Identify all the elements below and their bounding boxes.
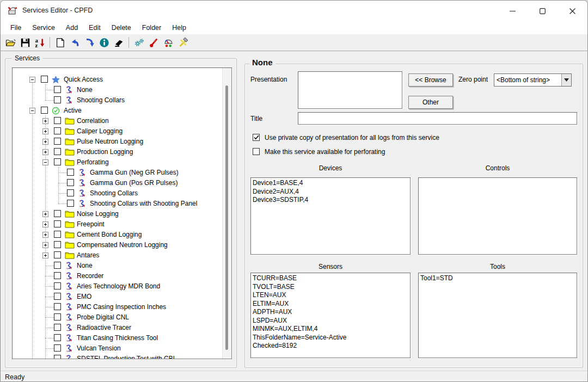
tree-expand-icon[interactable] [42, 128, 48, 134]
tree-row[interactable]: Quick Access [13, 75, 223, 85]
tree-checkbox[interactable] [54, 127, 61, 134]
tree-row[interactable]: Production Logging [13, 147, 223, 157]
tree-expand-icon[interactable] [42, 242, 48, 248]
presentation-field[interactable] [298, 71, 402, 109]
tree-checkbox[interactable] [54, 241, 61, 248]
close-button[interactable] [560, 1, 585, 21]
tree-item-label[interactable]: Gamma Gun (Neg GR Pulses) [90, 169, 179, 176]
tree-row[interactable]: PMC Casing Inspection Inches [13, 302, 223, 312]
controls-listbox[interactable] [418, 177, 577, 255]
tree-collapse-icon[interactable] [29, 108, 35, 114]
tree-item-label[interactable]: Noise Logging [77, 210, 119, 218]
tree-item-label[interactable]: Compensated Neutron Logging [77, 241, 168, 249]
tree-row[interactable]: None [13, 261, 223, 271]
tree-expand-icon[interactable] [42, 232, 48, 238]
tree-expand-icon[interactable] [42, 252, 48, 258]
tree-item-label[interactable]: None [77, 86, 93, 94]
menu-delete[interactable]: Delete [106, 21, 137, 34]
tree-item-label[interactable]: Antares [77, 251, 99, 259]
tree-checkbox[interactable] [54, 293, 61, 300]
tree-row[interactable]: SDSTEL Production Test with CBL [13, 354, 223, 359]
perforating-checkbox-label[interactable]: Make this service available for perforat… [265, 148, 385, 156]
private-copy-checkbox-label[interactable]: Use private copy of presentation for all… [265, 134, 439, 141]
sort-az-button[interactable]: az [33, 36, 46, 49]
minimize-button[interactable] [500, 1, 525, 21]
save-button[interactable] [19, 36, 32, 49]
tree-row[interactable]: Correlation [13, 116, 223, 126]
tree-item-label[interactable]: Shooting Collars [90, 189, 138, 197]
tree-row[interactable]: Gamma Gun (Pos GR Pulses) [13, 178, 223, 188]
tree-item-label[interactable]: Production Logging [77, 148, 133, 156]
tree-collapse-icon[interactable] [42, 159, 48, 165]
gauge-button[interactable] [162, 36, 175, 49]
tree-checkbox[interactable] [54, 282, 61, 289]
menu-folder[interactable]: Folder [137, 21, 167, 34]
tree-checkbox[interactable] [54, 344, 61, 352]
new-doc-button[interactable] [53, 36, 66, 49]
browse-button[interactable]: << Browse [408, 73, 453, 87]
tree-item-label[interactable]: Correlation [77, 117, 109, 125]
tree-item-label[interactable]: Freepoint [77, 220, 105, 228]
tree-checkbox[interactable] [54, 96, 61, 103]
tree-item-label[interactable]: Aries Technology MDR Bond [77, 282, 160, 290]
tree-row[interactable]: Recorder [13, 271, 223, 281]
tree-checkbox[interactable] [54, 138, 61, 145]
tree-row[interactable]: Pulse Neutron Logging [13, 137, 223, 147]
tree-checkbox[interactable] [54, 158, 61, 165]
list-line[interactable]: TCURR=BASE [253, 274, 408, 283]
tree-row[interactable]: Shooting Collars with Shooting Panel [13, 199, 223, 209]
tree-row[interactable]: Shooting Collars [13, 188, 223, 199]
tree-scrollbar-thumb[interactable] [225, 85, 228, 350]
tree-row[interactable]: Active [13, 106, 223, 116]
open-button[interactable] [4, 36, 17, 49]
list-line[interactable]: TVOLT=BASE [253, 283, 408, 292]
tree-item-label[interactable]: PMC Casing Inspection Inches [77, 303, 166, 311]
tree-checkbox[interactable] [54, 355, 61, 359]
dropdown-arrow-button[interactable] [561, 74, 571, 86]
tree-row[interactable]: None [13, 85, 223, 95]
tree-checkbox[interactable] [54, 148, 61, 155]
tree-row[interactable]: Perforating [13, 157, 223, 168]
tree-item-label[interactable]: Recorder [77, 272, 103, 280]
tree-checkbox[interactable] [54, 86, 61, 93]
list-line[interactable]: LSPD=AUX [253, 317, 408, 325]
list-line[interactable]: Device3=SDSTIP,4 [253, 196, 408, 205]
tree-expand-icon[interactable] [42, 221, 48, 227]
list-line[interactable]: Device2=AUX,4 [253, 188, 408, 196]
tree-scrollbar[interactable] [222, 68, 231, 359]
info-button[interactable] [97, 36, 111, 49]
erase-button[interactable] [112, 36, 125, 49]
menu-file[interactable]: File [5, 21, 27, 34]
tree-row[interactable]: Cement Bond Logging [13, 230, 223, 240]
list-line[interactable]: ELTIM=AUX [253, 300, 408, 309]
tree-checkbox[interactable] [67, 189, 74, 196]
devices-listbox[interactable]: Device1=BASE,4Device2=AUX,4Device3=SDSTI… [250, 177, 411, 255]
tree-checkbox[interactable] [67, 169, 74, 176]
tree-checkbox[interactable] [67, 179, 74, 186]
tree-item-label[interactable]: Active [64, 107, 82, 114]
tree-item-label[interactable]: EMO [77, 293, 91, 300]
tree-item-label[interactable]: Shooting Collars [77, 96, 125, 104]
tree-collapse-icon[interactable] [29, 77, 35, 83]
menu-edit[interactable]: Edit [83, 21, 106, 34]
tree-checkbox[interactable] [41, 107, 48, 114]
tree-checkbox[interactable] [54, 231, 61, 238]
thermometer-button[interactable] [147, 36, 160, 49]
tree-checkbox[interactable] [41, 76, 48, 83]
perforating-checkbox[interactable] [253, 148, 260, 155]
tree-expand-icon[interactable] [42, 118, 48, 124]
list-line[interactable]: ADPTH=AUX [253, 308, 408, 317]
tree-item-label[interactable]: Pulse Neutron Logging [77, 138, 143, 145]
tree-row[interactable]: Caliper Logging [13, 126, 223, 137]
menu-help[interactable]: Help [167, 21, 192, 34]
tree-expand-icon[interactable] [42, 211, 48, 217]
list-line[interactable]: Device1=BASE,4 [253, 179, 408, 188]
menu-service[interactable]: Service [27, 21, 60, 34]
tree-checkbox[interactable] [54, 220, 61, 227]
tree-row[interactable]: Gamma Gun (Neg GR Pulses) [13, 168, 223, 178]
redo-button[interactable] [83, 36, 96, 49]
tree-checkbox[interactable] [54, 324, 61, 331]
tree-checkbox[interactable] [54, 251, 61, 258]
tree-item-label[interactable]: Gamma Gun (Pos GR Pulses) [90, 179, 177, 187]
tree-row[interactable]: EMO [13, 292, 223, 302]
